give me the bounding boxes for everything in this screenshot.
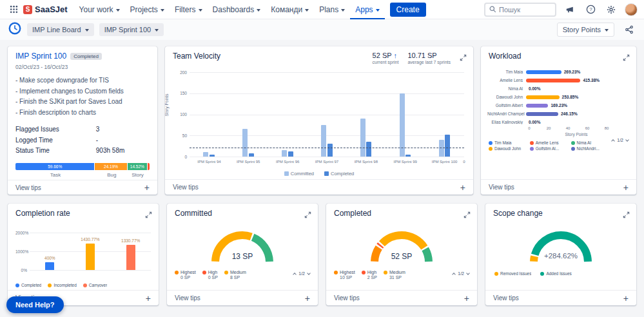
board-select[interactable]: IMP Line Board (27, 23, 94, 36)
user-avatar[interactable] (625, 3, 638, 16)
chevron-up-icon[interactable] (452, 273, 456, 276)
nav-plans[interactable]: Plans (314, 0, 350, 19)
add-icon[interactable]: + (464, 295, 469, 302)
legend-value: 31 SP (389, 275, 405, 280)
nav-teams[interactable]: Команди (266, 0, 314, 19)
y-tick-label: 200 (175, 70, 187, 75)
gridline (190, 135, 464, 136)
legend-label: Highest (181, 270, 196, 274)
nav-label: Команди (271, 5, 302, 14)
add-icon[interactable]: + (623, 295, 629, 302)
add-icon[interactable]: + (305, 295, 310, 302)
legend-label: Incompleted (54, 283, 76, 287)
workload-value: 0.00% (529, 120, 540, 124)
y-tick-label: 100 (175, 112, 187, 117)
expand-icon[interactable] (463, 209, 471, 221)
legend-label: High (367, 270, 376, 274)
sprint-stats: Flagged Issues3 Logged Time- Status Time… (15, 124, 150, 157)
chevron-down-icon[interactable] (625, 138, 629, 142)
stat-label: Status Time (15, 146, 96, 157)
help-icon[interactable]: ? (583, 3, 598, 17)
bar-value-label: 1430.77% (81, 237, 99, 242)
unit-select[interactable]: Story Points (557, 23, 614, 37)
chevron-up-icon[interactable] (611, 139, 615, 143)
velocity-bar-completed (210, 155, 215, 157)
nav-your-work[interactable]: Your work (74, 0, 125, 19)
legend-value: 8 SP (230, 275, 246, 280)
card-footer: View tips + (485, 290, 636, 305)
legend-item: Golfstim Al... (530, 146, 569, 151)
card-header: Team Velocity 52 SP ↑ current sprint 10.… (165, 46, 473, 67)
legend-item: Completed (15, 283, 41, 287)
share-icon[interactable] (622, 23, 636, 37)
x-tick-label: IPM Sprint 94 (197, 160, 220, 164)
current-sprint-caption: current sprint (373, 60, 399, 64)
current-sprint-stat: 52 SP ↑ current sprint (373, 52, 399, 64)
view-tips-link[interactable]: View tips (334, 294, 360, 302)
y-tick-label: 150 (175, 91, 187, 95)
expand-icon[interactable] (623, 52, 630, 64)
stat-value: - (96, 135, 150, 146)
settings-gear-icon[interactable] (604, 3, 618, 17)
sprint-select-value: IMP Sprint 100 (104, 26, 151, 34)
sprint-select[interactable]: IMP Sprint 100 (99, 23, 164, 36)
app-switcher-icon[interactable] (6, 3, 21, 17)
stat-label: Logged Time (15, 135, 96, 146)
nav-filters[interactable]: Filters (170, 0, 208, 19)
x-tick-label: 60 (585, 126, 590, 130)
completion-legend: CompletedIncompletedCarryover (15, 283, 156, 287)
legend-value: 0 SP (208, 275, 218, 280)
view-tips-link[interactable]: View tips (15, 184, 41, 191)
workload-row: Nima Al0.00% (487, 84, 630, 93)
issue-type-label: Bug (107, 172, 116, 178)
chevron-down-icon[interactable] (307, 271, 311, 275)
workload-row: Tim Maia269.23% (487, 68, 630, 76)
sprint-date-range: 02/Oct/23 - 16/Oct/23 (15, 64, 150, 70)
workload-bar (526, 104, 548, 108)
expand-icon[interactable] (460, 52, 467, 64)
view-tips-link[interactable]: View tips (493, 294, 519, 302)
gauge-legend: Removed Issues Added Issues (485, 267, 636, 276)
legend-item: Committed (284, 171, 314, 177)
search-box[interactable] (484, 3, 556, 17)
announcements-icon[interactable] (563, 3, 577, 17)
sprint-status-badge: Completed (70, 53, 102, 60)
legend-dot (530, 141, 534, 145)
nav-dashboards[interactable]: Dashboards (208, 0, 266, 19)
card-header: Completed (326, 204, 477, 224)
chevron-up-icon[interactable] (293, 273, 297, 276)
search-input[interactable] (499, 6, 551, 14)
sprint-title[interactable]: IMP Sprint 100 (15, 52, 66, 61)
legend-dot (530, 147, 534, 151)
nav-projects[interactable]: Projects (125, 0, 170, 19)
view-tips-link[interactable]: View tips (489, 184, 514, 191)
need-help-button[interactable]: Need Help? (6, 296, 64, 313)
chevron-down-icon[interactable] (466, 271, 470, 275)
app-logo[interactable]: S SaaSJet (23, 5, 68, 14)
nav-label: Dashboards (213, 5, 255, 14)
unit-select-value: Story Points (563, 26, 601, 34)
workload-chart-area: Tim Maia269.23%Amelie Lens415.38%Nima Al… (481, 66, 636, 179)
view-tips-link[interactable]: View tips (175, 294, 200, 302)
gridline (190, 157, 464, 157)
gauge-value: 52 SP (326, 252, 477, 261)
view-tips-link[interactable]: View tips (173, 184, 199, 191)
add-icon[interactable]: + (623, 184, 629, 191)
expand-icon[interactable] (304, 209, 311, 221)
expand-icon[interactable] (145, 209, 152, 221)
legend-swatch (324, 171, 329, 176)
velocity-bar-committed (203, 152, 208, 157)
current-sprint-value: 52 SP (373, 52, 392, 59)
expand-icon[interactable] (623, 209, 630, 221)
nav-apps[interactable]: Apps (350, 0, 384, 19)
legend-dot (362, 271, 366, 274)
card-title: Team Velocity (173, 52, 220, 61)
chevron-down-icon (341, 9, 345, 12)
add-icon[interactable]: + (460, 184, 465, 191)
add-icon[interactable]: + (144, 184, 150, 191)
gadget-logo-icon (8, 21, 22, 38)
velocity-bar-completed (405, 155, 411, 157)
add-icon[interactable]: + (146, 295, 151, 302)
create-button[interactable]: Create (390, 3, 426, 17)
gauge-legend: Highest 0 SP High 0 SP Medium 8 SP 1/2 (167, 267, 318, 280)
